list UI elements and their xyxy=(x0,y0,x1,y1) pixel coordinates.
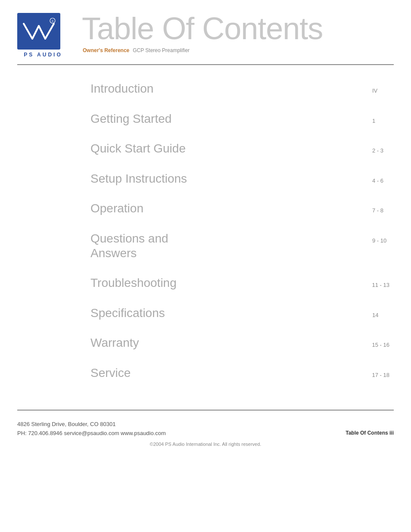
toc-entry-label: Setup Instructions xyxy=(90,171,364,186)
subtitle-line: Owner's Reference GCP Stereo Preamplifie… xyxy=(82,47,389,53)
footer-address: 4826 Sterling Drive, Boulder, CO 80301 xyxy=(17,419,394,429)
product-name: GCP Stereo Preamplifier xyxy=(133,47,190,53)
footer-row2: PH: 720.406.8946 service@psaudio.com www… xyxy=(17,430,394,436)
toc-item: Warranty15 - 16 xyxy=(90,328,389,358)
toc-entry-page: 9 - 10 xyxy=(364,237,389,244)
toc-entry-label: Specifications xyxy=(90,306,364,320)
toc-entry-page: 15 - 16 xyxy=(364,342,389,348)
toc-entry-label: Quick Start Guide xyxy=(90,141,364,156)
toc-entry-page: 4 - 6 xyxy=(364,177,389,184)
page-title: Table Of Contents xyxy=(82,13,389,44)
toc-item: Service17 - 18 xyxy=(90,358,389,388)
toc-content: IntroductionIVGetting Started1Quick Star… xyxy=(0,65,411,397)
toc-entry-page: 1 xyxy=(364,118,389,124)
toc-item: Specifications14 xyxy=(90,298,389,328)
page-footer: 4826 Sterling Drive, Boulder, CO 80301 P… xyxy=(0,411,411,454)
toc-entry-page: 17 - 18 xyxy=(364,372,389,378)
brand-name: PS AUDIO xyxy=(17,52,69,58)
toc-item: IntroductionIV xyxy=(90,74,389,104)
toc-entry-label: Introduction xyxy=(90,81,364,96)
toc-entry-page: IV xyxy=(364,87,389,94)
title-area: Table Of Contents Owner's Reference GCP … xyxy=(69,13,389,53)
toc-item: Getting Started1 xyxy=(90,104,389,134)
logo-box: ® xyxy=(17,13,60,50)
toc-entry-page: 14 xyxy=(364,312,389,318)
toc-entry-label: Warranty xyxy=(90,336,364,350)
footer-page-label: Table Of Contens iii xyxy=(346,430,394,436)
toc-item: Operation7 - 8 xyxy=(90,193,389,224)
page-header: ® PS AUDIO Table Of Contents Owner's Ref… xyxy=(0,0,411,58)
toc-entry-page: 7 - 8 xyxy=(364,207,389,214)
toc-entry-page: 11 - 13 xyxy=(364,282,389,288)
toc-item: Quick Start Guide2 - 3 xyxy=(90,134,389,164)
toc-entry-label: Getting Started xyxy=(90,112,364,126)
footer-contact: PH: 720.406.8946 service@psaudio.com www… xyxy=(17,430,166,436)
ps-audio-logo-icon: ® xyxy=(22,17,56,45)
toc-entry-label: Questions andAnswers xyxy=(90,231,364,260)
toc-item: Questions andAnswers9 - 10 xyxy=(90,224,389,268)
footer-copyright: ©2004 PS Audio International Inc. All ri… xyxy=(150,442,262,447)
owners-reference-label: Owner's Reference xyxy=(83,47,129,53)
toc-entry-label: Operation xyxy=(90,201,364,216)
toc-item: Troubleshooting11 - 13 xyxy=(90,268,389,298)
logo-area: ® PS AUDIO xyxy=(17,13,69,58)
toc-entry-label: Service xyxy=(90,366,364,380)
svg-text:®: ® xyxy=(51,20,54,23)
toc-entry-label: Troubleshooting xyxy=(90,276,364,290)
toc-entry-page: 2 - 3 xyxy=(364,147,389,154)
toc-item: Setup Instructions4 - 6 xyxy=(90,164,389,194)
